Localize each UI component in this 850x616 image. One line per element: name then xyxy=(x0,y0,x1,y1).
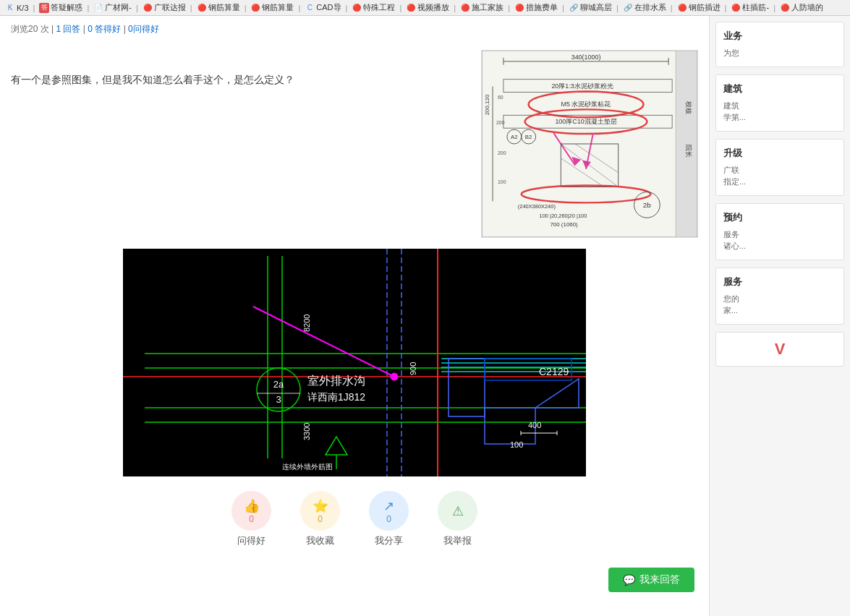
svg-text:900: 900 xyxy=(409,362,417,375)
drainage-icon: 🔗 xyxy=(623,3,633,13)
sidebar-card-service: 服务 您的家... xyxy=(715,268,844,325)
like-count: 0 xyxy=(249,514,254,524)
nav-civil[interactable]: 🔴 人防墙的 xyxy=(778,1,825,14)
cuoshi-icon: 🔴 xyxy=(514,3,524,13)
report-label: 我举报 xyxy=(443,534,472,547)
share-circle[interactable]: ↗ 0 xyxy=(369,491,409,531)
star-circle[interactable]: ⭐ 0 xyxy=(300,491,340,531)
nav-video[interactable]: 🔴 视频播放 xyxy=(404,1,451,14)
svg-point-60 xyxy=(391,373,398,380)
nav-construction[interactable]: 🔴 施工家族 xyxy=(458,1,506,14)
stats-bar: 浏览20 次 | 1 回答 | 0 答得好 | 0问得好 xyxy=(11,23,698,41)
sidebar-upgrade-text: 广联指定... xyxy=(723,164,836,188)
nav-cad[interactable]: C CAD导 xyxy=(302,1,343,14)
svg-text:2a: 2a xyxy=(273,379,284,390)
sidebar-business-title: 业务 xyxy=(723,30,836,43)
svg-text:A2: A2 xyxy=(511,134,518,140)
sidebar-construction-text: 建筑学第... xyxy=(723,100,836,124)
sidebar-card-upgrade: 升级 广联指定... xyxy=(715,139,844,196)
gldb-icon: 🔴 xyxy=(143,3,153,13)
svg-text:100厚C10混凝土垫层: 100厚C10混凝土垫层 xyxy=(555,118,616,125)
svg-text:200: 200 xyxy=(498,150,506,155)
reply-button[interactable]: 💬 我来回答 xyxy=(608,568,694,592)
like-button[interactable]: 👍 0 问得好 xyxy=(231,491,271,547)
sidebar-service-text: 您的家... xyxy=(723,293,836,317)
top-navigation: K K/3 | 答 答疑解惑 | 📄 广材网- | 🔴 广联达报 | 🔴 钢筋算… xyxy=(0,0,850,16)
cad-svg: 8200 3300 900 2a 3 室外排水沟 详西南1J812 C2129 … xyxy=(123,249,586,476)
svg-text:100: 100 xyxy=(510,440,523,449)
rebar-icon: 🔴 xyxy=(677,3,687,13)
share-label: 我分享 xyxy=(375,534,403,547)
sidebar-card-business: 业务 为您 xyxy=(715,22,844,67)
star-button[interactable]: ⭐ 0 我收藏 xyxy=(300,491,340,547)
nav-gjsl2[interactable]: 🔴 钢筋算量 xyxy=(248,1,296,14)
nav-gcw[interactable]: 📄 广材网- xyxy=(91,1,134,14)
gjsl2-icon: 🔴 xyxy=(250,3,260,13)
share-button[interactable]: ↗ 0 我分享 xyxy=(369,491,409,547)
question-text: 有一个是参照图集，但是我不知道怎么着手这个，是怎么定义？ xyxy=(11,50,470,87)
question-body: 有一个是参照图集，但是我不知道怎么着手这个，是怎么定义？ 校核 院长 xyxy=(11,50,698,238)
svg-text:M5 水泥砂浆粘花: M5 水泥砂浆粘花 xyxy=(561,100,611,108)
svg-text:(240X380X240): (240X380X240) xyxy=(518,203,556,210)
svg-text:校核: 校核 xyxy=(685,100,692,114)
like-label: 问得好 xyxy=(237,534,265,547)
good-count[interactable]: 0 答得好 xyxy=(88,24,121,34)
reply-button-label: 我来回答 xyxy=(639,573,680,586)
nav-cuoshi[interactable]: 🔴 措施费单 xyxy=(512,1,560,14)
share-count: 0 xyxy=(386,514,391,524)
svg-text:院长: 院长 xyxy=(685,145,692,158)
svg-text:100 |20,260|20 |100: 100 |20,260|20 |100 xyxy=(540,213,587,219)
svg-text:60: 60 xyxy=(498,95,503,100)
star-label: 我收藏 xyxy=(306,534,334,547)
content-area: 浏览20 次 | 1 回答 | 0 答得好 | 0问得好 有一个是参照图集，但是… xyxy=(0,16,709,616)
svg-text:连续外墙外筋图: 连续外墙外筋图 xyxy=(282,463,333,471)
video-icon: 🔴 xyxy=(406,3,416,13)
svg-text:8200: 8200 xyxy=(302,315,311,332)
sidebar-construction-title: 建筑 xyxy=(723,82,836,95)
bigv-label: V xyxy=(723,340,836,359)
gjsl1-icon: 🔴 xyxy=(197,3,207,13)
helpful-count[interactable]: 0问得好 xyxy=(128,24,159,34)
nav-k3[interactable]: K K/3 xyxy=(3,2,31,14)
k3-icon: K xyxy=(5,3,15,13)
sidebar-preorder-title: 预约 xyxy=(723,211,836,224)
special-icon: 🔴 xyxy=(352,3,362,13)
sidebar-preorder-text: 服务诸心... xyxy=(723,228,836,252)
right-sidebar: 业务 为您 建筑 建筑学第... 升级 广联指定... 预约 服务诸心... 服… xyxy=(709,16,850,616)
sidebar-upgrade-title: 升级 xyxy=(723,147,836,160)
svg-text:100: 100 xyxy=(498,179,506,184)
nav-column[interactable]: 🔴 柱插筋- xyxy=(728,1,771,14)
nav-drainage[interactable]: 🔗 在排水系 xyxy=(621,1,668,14)
like-icon: 👍 xyxy=(244,498,260,514)
svg-text:340(1000): 340(1000) xyxy=(571,54,601,61)
nav-liaocheng[interactable]: 🔗 聊城高层 xyxy=(566,1,614,14)
sidebar-card-bigv: V xyxy=(715,332,844,367)
reply-section: 💬 我来回答 xyxy=(11,562,698,598)
nav-gjsl1[interactable]: 🔴 钢筋算量 xyxy=(195,1,242,14)
nav-rebar[interactable]: 🔴 钢筋插进 xyxy=(675,1,723,14)
report-circle[interactable]: ⚠ xyxy=(438,491,477,531)
cad-icon: C xyxy=(305,3,315,13)
share-icon: ↗ xyxy=(383,498,394,514)
like-circle[interactable]: 👍 0 xyxy=(231,491,271,531)
nav-gldb[interactable]: 🔴 广联达报 xyxy=(140,1,188,14)
answer-count[interactable]: 1 回答 xyxy=(56,24,80,34)
svg-text:C2129: C2129 xyxy=(539,366,569,377)
svg-text:200: 200 xyxy=(496,120,505,125)
svg-text:室外排水沟: 室外排水沟 xyxy=(307,375,365,387)
svg-text:2b: 2b xyxy=(643,201,652,209)
nav-qa[interactable]: 答 答疑解惑 xyxy=(37,1,85,14)
star-icon: ⭐ xyxy=(313,498,328,514)
reply-chat-icon: 💬 xyxy=(623,574,635,586)
column-icon: 🔴 xyxy=(731,3,741,13)
report-button[interactable]: ⚠ 我举报 xyxy=(438,491,477,547)
star-count: 0 xyxy=(318,514,323,524)
view-count: 浏览20 次 xyxy=(11,24,49,34)
report-icon: ⚠ xyxy=(452,503,464,519)
nav-special[interactable]: 🔴 特殊工程 xyxy=(349,1,397,14)
sidebar-business-text: 为您 xyxy=(723,47,836,59)
qa-icon: 答 xyxy=(39,3,49,13)
cad-drawing: 8200 3300 900 2a 3 室外排水沟 详西南1J812 C2129 … xyxy=(123,249,586,476)
tech-drawing-svg: 校核 院长 340(1000) 200,120 20厚1:3水泥砂浆粉光 xyxy=(482,51,697,237)
civil-icon: 🔴 xyxy=(780,3,790,13)
